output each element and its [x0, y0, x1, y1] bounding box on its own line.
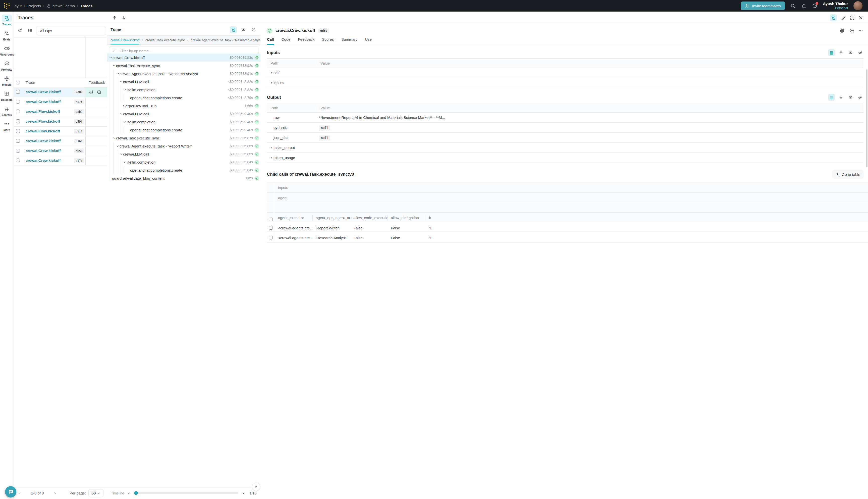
kv-row[interactable]: inputs [267, 78, 434, 88]
tab-code[interactable]: Code [282, 37, 290, 45]
column-header[interactable]: b [426, 215, 434, 221]
code-view-toggle[interactable] [240, 26, 247, 34]
column-header[interactable]: allow_delegation [388, 215, 426, 221]
row-checkbox[interactable] [269, 236, 273, 240]
tab-use[interactable]: Use [365, 37, 372, 45]
chevron-down-icon[interactable] [119, 153, 123, 156]
tab-summary[interactable]: Summary [341, 37, 357, 45]
trace-tree-row[interactable]: openai.chat.completions.create $0.0006 9… [107, 126, 260, 134]
path-tab[interactable]: crewai.Crew.kickoff [111, 36, 139, 45]
breadcrumb-projects[interactable]: Projects [27, 4, 41, 8]
breadcrumb-entity[interactable]: ayut [15, 4, 22, 8]
kv-row[interactable]: token_usage [267, 153, 434, 163]
comment-icon[interactable] [97, 90, 101, 95]
trace-tree-row[interactable]: litellm.completion <$0.0001 2.82s [107, 86, 260, 94]
trace-name-link[interactable]: crewai.Flow.kickoff [26, 109, 60, 113]
chevron-down-icon[interactable] [123, 88, 127, 92]
tab-feedback[interactable]: Feedback [298, 37, 314, 45]
chevron-down-icon[interactable] [115, 145, 120, 148]
trace-row[interactable]: crewai.Flow.kickoff eab1 [14, 107, 107, 117]
breadcrumb-project[interactable]: crewai_demo [47, 4, 75, 8]
trace-tree-row[interactable]: litellm.completion $0.0003 5.84s [107, 158, 260, 166]
trace-row[interactable]: crewai.Crew.kickoff a17d [14, 156, 107, 166]
sidebar-item-models[interactable]: Models [2, 75, 12, 86]
chevron-down-icon[interactable] [123, 160, 127, 164]
trace-tree-row[interactable]: crewai.Crew.kickoff $0.0010 19.83s [107, 53, 260, 62]
chevron-right-icon[interactable] [267, 146, 273, 149]
trace-tree-row[interactable]: SerperDevTool._run 1.66s [107, 102, 260, 110]
kv-row[interactable]: tasks_output [267, 143, 434, 153]
trace-tree-row[interactable]: crewai.Agent.execute_task - 'Report Writ… [107, 142, 260, 150]
row-checkbox[interactable] [16, 90, 20, 94]
kv-row[interactable]: raw **Investment Report: AI in Chemical … [267, 112, 434, 123]
op-filter-dropdown[interactable]: All Ops [36, 26, 106, 35]
chevron-right-icon[interactable] [267, 156, 273, 159]
sidebar-item-traces[interactable]: Traces [2, 15, 12, 26]
chevron-down-icon[interactable] [109, 56, 112, 59]
select-all-checkbox[interactable] [269, 218, 273, 221]
chevron-down-icon[interactable] [119, 80, 123, 83]
trace-name-link[interactable]: crewai.Flow.kickoff [26, 119, 60, 123]
trace-name-link[interactable]: crewai.Crew.kickoff [26, 99, 61, 104]
trace-row[interactable]: crewai.Flow.kickoff c59f [14, 117, 107, 126]
row-checkbox[interactable] [16, 110, 20, 113]
sidebar-item-more[interactable]: More [2, 120, 12, 131]
kv-row[interactable]: json_dict null [267, 133, 434, 143]
trace-row[interactable]: crewai.Crew.kickoff 9d89 [14, 87, 107, 97]
row-checkbox[interactable] [16, 119, 20, 123]
trace-tree-row[interactable]: openai.chat.completions.create <$0.0001 … [107, 94, 260, 102]
kv-row[interactable]: self [267, 68, 434, 78]
add-reaction-icon[interactable] [89, 90, 94, 95]
path-tab[interactable]: crewai.Task.execute_sync [146, 36, 185, 45]
op-name-filter-input[interactable] [119, 48, 255, 53]
chevron-down-icon[interactable] [115, 72, 120, 75]
tab-call[interactable]: Call [267, 37, 274, 45]
trace-tree-row[interactable]: crewai.Task.execute_sync $0.0003 5.87s [107, 134, 260, 142]
refresh-icon[interactable] [17, 28, 23, 33]
tab-scores[interactable]: Scores [322, 37, 334, 45]
row-checkbox[interactable] [16, 129, 20, 133]
row-checkbox[interactable] [16, 159, 20, 162]
chevron-right-icon[interactable] [267, 71, 273, 74]
tree-view-toggle[interactable] [230, 26, 237, 34]
sidebar-item-evals[interactable]: Evals [2, 30, 12, 41]
select-all-checkbox[interactable] [16, 81, 20, 84]
wandb-logo-icon[interactable] [3, 2, 10, 10]
sidebar-item-playground[interactable]: Playground [0, 45, 14, 56]
trace-tree-row[interactable]: litellm.completion $0.0006 9.40s [107, 118, 260, 126]
arrow-down-icon[interactable] [121, 15, 126, 20]
chevron-down-icon[interactable] [112, 64, 116, 67]
trace-tree-row[interactable]: crewai.Task.execute_sync $0.0007 13.92s [107, 62, 260, 70]
trace-tree-row[interactable]: crewai.Agent.execute_task - 'Research An… [107, 70, 260, 78]
flame-view-toggle[interactable] [250, 26, 257, 34]
sidebar-item-prompts[interactable]: Prompts [1, 60, 12, 71]
trace-tree-row[interactable]: crewai.LLM.call <$0.0001 2.82s [107, 78, 260, 86]
trace-tree-row[interactable]: crewai.LLM.call $0.0006 9.40s [107, 110, 260, 118]
path-tab[interactable]: crewai.Agent.execute_task - 'Research An… [191, 36, 260, 45]
trace-name-link[interactable]: crewai.Crew.kickoff [26, 90, 61, 94]
column-header[interactable]: allow_code_execution [350, 215, 388, 221]
row-checkbox[interactable] [16, 100, 20, 104]
chevron-down-icon[interactable] [112, 136, 116, 140]
chevron-down-icon[interactable] [119, 112, 123, 115]
column-settings-icon[interactable] [28, 28, 33, 33]
trace-name-link[interactable]: crewai.Crew.kickoff [26, 158, 61, 162]
trace-tree-row[interactable]: guardrail-validate_blog_content 0ms [107, 174, 260, 182]
trace-tree-row[interactable]: openai.chat.completions.create $0.0003 5… [107, 166, 260, 174]
chevron-down-icon[interactable] [123, 120, 127, 124]
trace-name-link[interactable]: crewai.Flow.kickoff [26, 129, 60, 133]
sidebar-item-datasets[interactable]: Datasets [1, 90, 12, 101]
sidebar-item-scorers[interactable]: Scorers [2, 105, 12, 116]
trace-name-link[interactable]: crewai.Crew.kickoff [26, 139, 61, 143]
column-header[interactable]: agent_ops_agent_name [313, 215, 350, 221]
row-checkbox[interactable] [269, 226, 273, 230]
trace-row[interactable]: crewai.Crew.kickoff 316c [14, 136, 107, 146]
arrow-up-icon[interactable] [112, 15, 117, 20]
column-header[interactable]: agent_executor [275, 215, 313, 221]
chevron-right-icon[interactable] [267, 81, 273, 84]
kv-row[interactable]: pydantic null [267, 123, 434, 133]
trace-row[interactable]: crewai.Crew.kickoff 657f [14, 97, 107, 107]
row-checkbox[interactable] [16, 149, 20, 153]
child-call-row[interactable]: <crewai.agents.cre...'Research Analyst'F… [267, 233, 434, 243]
child-call-row[interactable]: <crewai.agents.cre...'Report Writer'Fals… [267, 223, 434, 233]
